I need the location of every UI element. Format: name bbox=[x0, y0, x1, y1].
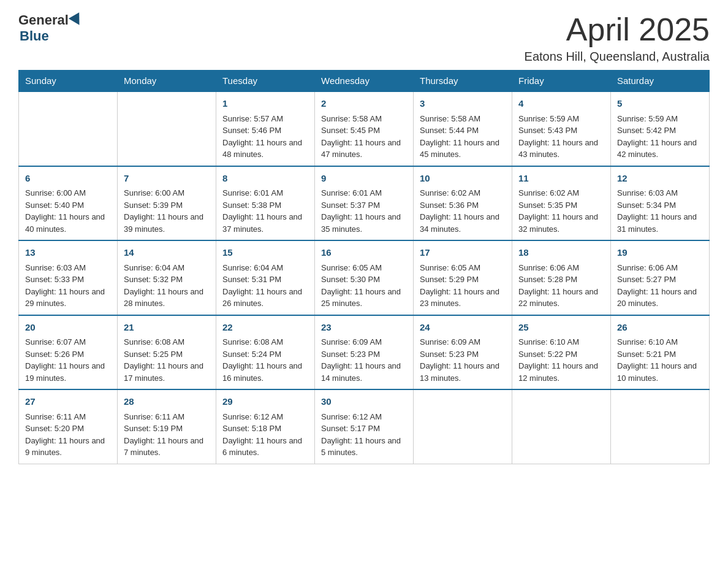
table-row: 12Sunrise: 6:03 AMSunset: 5:34 PMDayligh… bbox=[611, 166, 710, 241]
day-info: Sunset: 5:30 PM bbox=[321, 274, 407, 286]
page-title: April 2025 bbox=[525, 12, 710, 47]
day-number: 29 bbox=[222, 395, 308, 409]
table-row: 23Sunrise: 6:09 AMSunset: 5:23 PMDayligh… bbox=[315, 315, 414, 390]
day-info: Daylight: 11 hours and 17 minutes. bbox=[124, 360, 210, 384]
col-wednesday: Wednesday bbox=[315, 71, 414, 92]
day-info: Sunrise: 6:12 AM bbox=[321, 411, 407, 423]
day-number: 1 bbox=[222, 97, 308, 111]
day-info: Sunset: 5:29 PM bbox=[420, 274, 506, 286]
day-info: Sunset: 5:31 PM bbox=[222, 274, 308, 286]
table-row: 4Sunrise: 5:59 AMSunset: 5:43 PMDaylight… bbox=[512, 91, 611, 166]
day-number: 17 bbox=[420, 246, 506, 260]
day-info: Sunset: 5:43 PM bbox=[518, 124, 604, 137]
day-info: Daylight: 11 hours and 16 minutes. bbox=[222, 360, 308, 384]
table-row bbox=[19, 91, 118, 166]
col-tuesday: Tuesday bbox=[216, 71, 315, 92]
table-row: 27Sunrise: 6:11 AMSunset: 5:20 PMDayligh… bbox=[19, 389, 118, 464]
table-row bbox=[611, 389, 710, 464]
day-info: Sunrise: 6:09 AM bbox=[321, 336, 407, 348]
day-info: Sunrise: 6:10 AM bbox=[518, 336, 604, 348]
day-info: Sunrise: 6:08 AM bbox=[124, 336, 210, 348]
col-thursday: Thursday bbox=[414, 71, 512, 92]
table-row: 25Sunrise: 6:10 AMSunset: 5:22 PMDayligh… bbox=[512, 315, 611, 390]
day-info: Sunrise: 6:00 AM bbox=[124, 187, 210, 199]
day-info: Sunrise: 5:59 AM bbox=[617, 113, 703, 125]
day-info: Sunrise: 5:58 AM bbox=[321, 113, 407, 125]
table-row bbox=[512, 389, 611, 464]
day-number: 4 bbox=[518, 97, 604, 111]
day-info: Sunrise: 5:59 AM bbox=[518, 113, 604, 125]
day-info: Sunset: 5:21 PM bbox=[617, 348, 703, 361]
day-number: 15 bbox=[222, 246, 308, 260]
day-info: Daylight: 11 hours and 48 minutes. bbox=[222, 137, 308, 161]
calendar-header-row: Sunday Monday Tuesday Wednesday Thursday… bbox=[19, 71, 710, 92]
day-number: 30 bbox=[321, 395, 407, 409]
day-info: Daylight: 11 hours and 26 minutes. bbox=[222, 286, 308, 310]
day-info: Sunset: 5:44 PM bbox=[420, 124, 506, 137]
day-number: 8 bbox=[222, 172, 308, 186]
day-info: Sunrise: 6:02 AM bbox=[518, 187, 604, 199]
day-info: Sunset: 5:22 PM bbox=[518, 348, 604, 361]
day-number: 21 bbox=[124, 321, 210, 335]
table-row: 26Sunrise: 6:10 AMSunset: 5:21 PMDayligh… bbox=[611, 315, 710, 390]
day-number: 24 bbox=[420, 321, 506, 335]
day-info: Sunrise: 6:06 AM bbox=[617, 262, 703, 274]
day-info: Sunset: 5:27 PM bbox=[617, 274, 703, 286]
day-number: 22 bbox=[222, 321, 308, 335]
day-number: 18 bbox=[518, 246, 604, 260]
table-row: 19Sunrise: 6:06 AMSunset: 5:27 PMDayligh… bbox=[611, 240, 710, 315]
day-info: Sunset: 5:35 PM bbox=[518, 199, 604, 212]
day-info: Sunset: 5:46 PM bbox=[222, 124, 308, 137]
table-row: 13Sunrise: 6:03 AMSunset: 5:33 PMDayligh… bbox=[19, 240, 118, 315]
table-row: 22Sunrise: 6:08 AMSunset: 5:24 PMDayligh… bbox=[216, 315, 315, 390]
day-info: Daylight: 11 hours and 45 minutes. bbox=[420, 137, 506, 161]
day-info: Daylight: 11 hours and 42 minutes. bbox=[617, 137, 703, 161]
day-info: Sunrise: 6:04 AM bbox=[124, 262, 210, 274]
day-info: Daylight: 11 hours and 10 minutes. bbox=[617, 360, 703, 384]
day-number: 14 bbox=[124, 246, 210, 260]
day-info: Sunrise: 5:57 AM bbox=[222, 113, 308, 125]
day-info: Daylight: 11 hours and 34 minutes. bbox=[420, 211, 506, 235]
day-info: Sunset: 5:23 PM bbox=[420, 348, 506, 361]
day-info: Daylight: 11 hours and 5 minutes. bbox=[321, 435, 407, 459]
day-info: Daylight: 11 hours and 39 minutes. bbox=[124, 211, 210, 235]
day-number: 23 bbox=[321, 321, 407, 335]
day-info: Sunset: 5:25 PM bbox=[124, 348, 210, 361]
day-info: Daylight: 11 hours and 40 minutes. bbox=[25, 211, 111, 235]
day-info: Daylight: 11 hours and 35 minutes. bbox=[321, 211, 407, 235]
day-info: Daylight: 11 hours and 25 minutes. bbox=[321, 286, 407, 310]
day-number: 28 bbox=[124, 395, 210, 409]
day-info: Sunrise: 5:58 AM bbox=[420, 113, 506, 125]
table-row: 10Sunrise: 6:02 AMSunset: 5:36 PMDayligh… bbox=[414, 166, 512, 241]
day-info: Daylight: 11 hours and 14 minutes. bbox=[321, 360, 407, 384]
day-number: 3 bbox=[420, 97, 506, 111]
day-info: Daylight: 11 hours and 37 minutes. bbox=[222, 211, 308, 235]
day-info: Sunrise: 6:04 AM bbox=[222, 262, 308, 274]
day-info: Sunrise: 6:05 AM bbox=[420, 262, 506, 274]
logo-general-text: General bbox=[18, 12, 69, 28]
title-block: April 2025 Eatons Hill, Queensland, Aust… bbox=[525, 12, 710, 64]
table-row: 9Sunrise: 6:01 AMSunset: 5:37 PMDaylight… bbox=[315, 166, 414, 241]
day-info: Daylight: 11 hours and 22 minutes. bbox=[518, 286, 604, 310]
day-info: Daylight: 11 hours and 13 minutes. bbox=[420, 360, 506, 384]
day-number: 5 bbox=[617, 97, 703, 111]
day-number: 19 bbox=[617, 246, 703, 260]
col-sunday: Sunday bbox=[19, 71, 118, 92]
day-info: Sunset: 5:18 PM bbox=[222, 423, 308, 435]
page-subtitle: Eatons Hill, Queensland, Australia bbox=[525, 50, 710, 64]
day-info: Daylight: 11 hours and 43 minutes. bbox=[518, 137, 604, 161]
calendar-week-row: 1Sunrise: 5:57 AMSunset: 5:46 PMDaylight… bbox=[19, 91, 710, 166]
day-info: Sunrise: 6:03 AM bbox=[617, 187, 703, 199]
table-row bbox=[414, 389, 512, 464]
day-number: 16 bbox=[321, 246, 407, 260]
table-row: 18Sunrise: 6:06 AMSunset: 5:28 PMDayligh… bbox=[512, 240, 611, 315]
day-info: Sunset: 5:37 PM bbox=[321, 199, 407, 212]
day-info: Sunset: 5:17 PM bbox=[321, 423, 407, 435]
calendar-week-row: 6Sunrise: 6:00 AMSunset: 5:40 PMDaylight… bbox=[19, 166, 710, 241]
calendar-week-row: 20Sunrise: 6:07 AMSunset: 5:26 PMDayligh… bbox=[19, 315, 710, 390]
day-number: 26 bbox=[617, 321, 703, 335]
day-number: 2 bbox=[321, 97, 407, 111]
day-info: Sunset: 5:34 PM bbox=[617, 199, 703, 212]
col-monday: Monday bbox=[118, 71, 216, 92]
table-row: 28Sunrise: 6:11 AMSunset: 5:19 PMDayligh… bbox=[118, 389, 216, 464]
